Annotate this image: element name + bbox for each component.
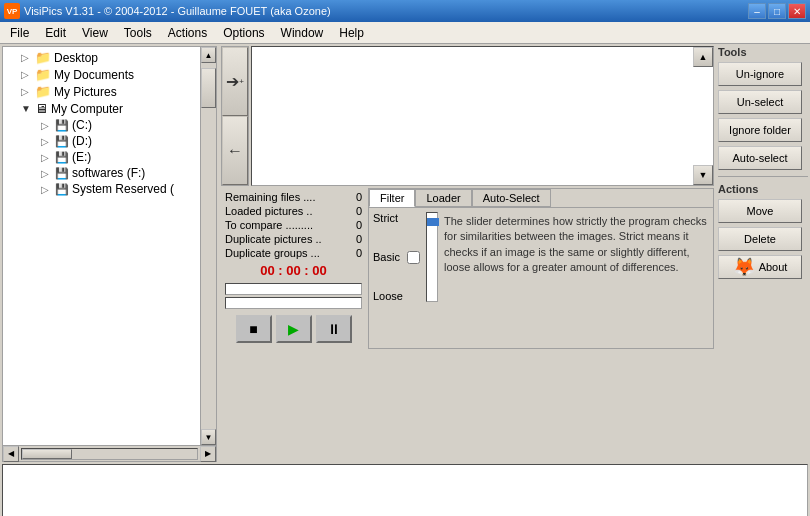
menu-options[interactable]: Options (215, 24, 272, 42)
tree-label: Desktop (54, 51, 98, 65)
main-area: ▷ 📁 Desktop ▷ 📁 My Documents ▷ 📁 My Pict… (0, 44, 810, 464)
tree-item-d[interactable]: ▷ 💾 (D:) (5, 133, 214, 149)
menu-file[interactable]: File (2, 24, 37, 42)
tab-filter[interactable]: Filter (369, 189, 415, 207)
tree-item-mypics[interactable]: ▷ 📁 My Pictures (5, 83, 214, 100)
computer-icon: 🖥 (35, 101, 48, 116)
play-button[interactable]: ▶ (276, 315, 312, 343)
drive-icon: 💾 (55, 183, 69, 196)
label-loose: Loose (373, 290, 403, 302)
drive-icon: 💾 (55, 119, 69, 132)
expand-icon: ▷ (41, 152, 55, 163)
tree-item-f[interactable]: ▷ 💾 softwares (F:) (5, 165, 214, 181)
scroll-right-button[interactable]: ▶ (200, 446, 216, 462)
un-ignore-button[interactable]: Un-ignore (718, 62, 802, 86)
filter-slider-thumb[interactable] (427, 218, 439, 226)
filter-checkbox[interactable] (407, 251, 420, 264)
label-strict: Strict (373, 212, 403, 224)
tree-item-e[interactable]: ▷ 💾 (E:) (5, 149, 214, 165)
filter-panel: Filter Loader Auto-Select Strict Basic L… (368, 188, 714, 349)
arrow-right-plus-button[interactable]: ➔+ (222, 47, 248, 116)
stat-groups: Duplicate groups ... 0 (223, 246, 364, 260)
label-basic: Basic (373, 251, 403, 263)
tree-label: (D:) (72, 134, 92, 148)
stats-panel: Remaining files .... 0 Loaded pictures .… (221, 188, 366, 349)
menu-view[interactable]: View (74, 24, 116, 42)
expand-icon: ▷ (21, 86, 35, 97)
ignore-folder-button[interactable]: Ignore folder (718, 118, 802, 142)
stat-duplicate: Duplicate pictures .. 0 (223, 232, 364, 246)
tree-label: (C:) (72, 118, 92, 132)
fox-icon: 🦊 (733, 256, 755, 278)
move-button[interactable]: Move (718, 199, 802, 223)
title-bar: VP VisiPics V1.31 - © 2004-2012 - Guilla… (0, 0, 810, 22)
stat-compare-label: To compare ......... (225, 219, 313, 231)
expand-icon: ▷ (41, 184, 55, 195)
pause-button[interactable]: ⏸ (316, 315, 352, 343)
tree-item-mycomputer[interactable]: ▼ 🖥 My Computer (5, 100, 214, 117)
tree-item-mydocs[interactable]: ▷ 📁 My Documents (5, 66, 214, 83)
image-display: ▲ ▼ (251, 46, 714, 186)
v-scrollbar-thumb[interactable] (201, 68, 216, 108)
title-bar-text: VisiPics V1.31 - © 2004-2012 - Guillaume… (24, 5, 331, 17)
minimize-button[interactable]: – (748, 3, 766, 19)
scroll-down-button[interactable]: ▼ (201, 429, 216, 445)
stop-button[interactable]: ■ (236, 315, 272, 343)
folder-icon: 📁 (35, 67, 51, 82)
menu-actions[interactable]: Actions (160, 24, 215, 42)
about-button[interactable]: 🦊 About (718, 255, 802, 279)
menu-window[interactable]: Window (273, 24, 332, 42)
tree-label: softwares (F:) (72, 166, 145, 180)
h-scrollbar-thumb[interactable] (22, 449, 72, 459)
delete-button[interactable]: Delete (718, 227, 802, 251)
drive-icon: 💾 (55, 151, 69, 164)
bottom-preview-area (2, 464, 808, 516)
stat-loaded-label: Loaded pictures .. (225, 205, 312, 217)
folder-icon: 📁 (35, 50, 51, 65)
expand-icon: ▷ (21, 69, 35, 80)
menu-help[interactable]: Help (331, 24, 372, 42)
slider-labels: Strict Basic Loose (373, 212, 407, 302)
un-select-button[interactable]: Un-select (718, 90, 802, 114)
file-tree[interactable]: ▷ 📁 Desktop ▷ 📁 My Documents ▷ 📁 My Pict… (3, 47, 216, 445)
tree-label: My Documents (54, 68, 134, 82)
tab-loader[interactable]: Loader (415, 189, 471, 207)
actions-section-label: Actions (718, 183, 808, 195)
folder-icon: 📁 (35, 84, 51, 99)
tree-item-desktop[interactable]: ▷ 📁 Desktop (5, 49, 214, 66)
middle-section: Remaining files .... 0 Loaded pictures .… (221, 188, 714, 349)
control-buttons: ■ ▶ ⏸ (223, 311, 364, 347)
drive-icon: 💾 (55, 135, 69, 148)
tree-item-sysres[interactable]: ▷ 💾 System Reserved ( (5, 181, 214, 197)
divider (718, 176, 808, 177)
scroll-left-button[interactable]: ◀ (3, 446, 19, 462)
stat-groups-value: 0 (356, 247, 362, 259)
stat-loaded: Loaded pictures .. 0 (223, 204, 364, 218)
v-scroll-track (201, 63, 216, 429)
tree-label: System Reserved ( (72, 182, 174, 196)
image-scroll-down[interactable]: ▼ (693, 165, 713, 185)
drive-icon: 💾 (55, 167, 69, 180)
tab-autoselect[interactable]: Auto-Select (472, 189, 551, 207)
close-button[interactable]: ✕ (788, 3, 806, 19)
about-label: About (759, 261, 788, 273)
maximize-button[interactable]: □ (768, 3, 786, 19)
auto-select-button[interactable]: Auto-select (718, 146, 802, 170)
tree-item-c[interactable]: ▷ 💾 (C:) (5, 117, 214, 133)
app-icon: VP (4, 3, 20, 19)
menu-tools[interactable]: Tools (116, 24, 160, 42)
scroll-up-button[interactable]: ▲ (201, 47, 216, 63)
right-panel: Tools Un-ignore Un-select Ignore folder … (718, 46, 808, 462)
arrow-left-button[interactable]: ← (222, 116, 248, 185)
stat-duplicate-value: 0 (356, 233, 362, 245)
top-section: ➔+ ← ▲ ▼ (221, 46, 714, 186)
expand-icon: ▷ (41, 136, 55, 147)
tree-label: My Computer (51, 102, 123, 116)
progress-bar (225, 283, 362, 295)
stat-compare: To compare ......... 0 (223, 218, 364, 232)
menu-edit[interactable]: Edit (37, 24, 74, 42)
filter-slider-track (426, 212, 438, 302)
stat-remaining-value: 0 (356, 191, 362, 203)
expand-icon: ▼ (21, 103, 35, 114)
image-scroll-up[interactable]: ▲ (693, 47, 713, 67)
